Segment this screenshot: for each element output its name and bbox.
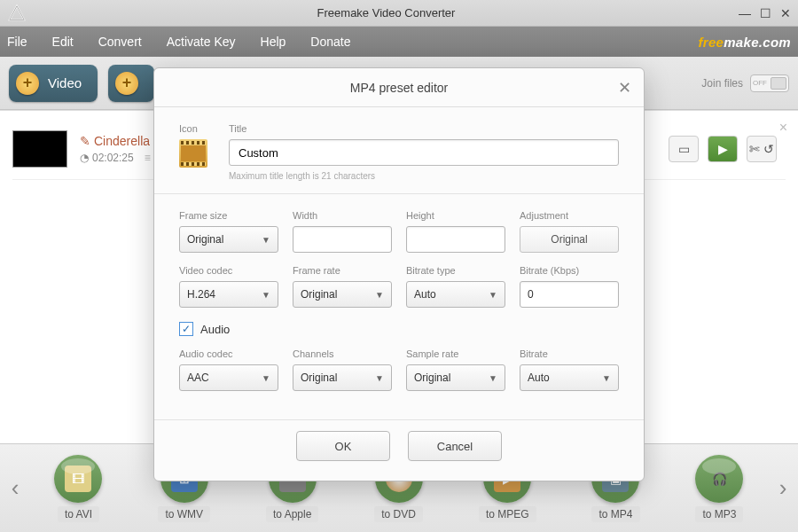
bitrate-kbps-label: Bitrate (Kbps)	[520, 265, 619, 276]
audio-label: Audio	[200, 323, 230, 336]
height-label: Height	[406, 210, 505, 221]
title-hint: Maximum title length is 21 characters	[229, 171, 619, 181]
audio-codec-select[interactable]: AAC▼	[179, 364, 278, 391]
icon-label: Icon	[179, 123, 198, 134]
dialog-close-button[interactable]: ✕	[618, 78, 631, 98]
add-video-label: Video	[48, 75, 82, 90]
join-files-switch[interactable]: OFF	[750, 74, 789, 92]
adjustment-label: Adjustment	[520, 210, 619, 221]
menu-convert[interactable]: Convert	[98, 35, 142, 49]
title-label: Title	[229, 123, 619, 134]
adjustment-button[interactable]: Original	[520, 226, 619, 253]
window-title: Freemake Video Converter	[34, 6, 739, 20]
audio-checkbox[interactable]: ✓	[179, 322, 193, 336]
audio-bitrate-select[interactable]: Auto▼	[520, 364, 619, 391]
list-icon: ≡	[145, 152, 151, 164]
plus-icon: +	[115, 72, 138, 95]
sample-rate-label: Sample rate	[406, 348, 505, 359]
film-icon: 🎞	[65, 466, 91, 492]
cancel-button[interactable]: Cancel	[408, 431, 502, 461]
format-avi[interactable]: 🎞 to AVI	[54, 455, 102, 522]
chevron-down-icon: ▼	[262, 235, 270, 245]
join-files-label: Join files	[701, 77, 743, 90]
video-codec-label: Video codec	[179, 265, 278, 276]
bitrate-type-select[interactable]: Auto▼	[406, 281, 505, 308]
sample-rate-select[interactable]: Original▼	[406, 364, 505, 391]
format-mp3[interactable]: 🎧 to MP3	[695, 455, 743, 522]
headphones-icon: 🎧	[706, 466, 732, 492]
cut-button[interactable]: ✄ ↺	[747, 136, 777, 162]
width-input[interactable]	[293, 226, 392, 253]
file-duration: 02:02:25	[92, 152, 134, 164]
video-codec-select[interactable]: H.264▼	[179, 281, 278, 308]
chevron-down-icon: ▼	[262, 290, 270, 300]
subtitle-button[interactable]: ▭	[669, 136, 699, 162]
window-controls: — ☐ ✕	[739, 6, 791, 20]
chevron-down-icon: ▼	[602, 373, 611, 383]
preset-editor-dialog: MP4 preset editor ✕ Icon Title Maximum t…	[153, 67, 645, 481]
switch-knob	[771, 77, 786, 90]
menu-file[interactable]: File	[7, 35, 27, 49]
width-label: Width	[293, 210, 392, 221]
video-thumbnail	[12, 130, 67, 168]
channels-select[interactable]: Original▼	[293, 364, 392, 391]
preset-title-input[interactable]	[229, 139, 619, 166]
chevron-down-icon: ▼	[262, 373, 270, 383]
frame-rate-label: Frame rate	[293, 265, 392, 276]
chevron-down-icon: ▼	[489, 373, 497, 383]
frame-rate-select[interactable]: Original▼	[293, 281, 392, 308]
scroll-left-button[interactable]: ‹	[4, 460, 27, 517]
scroll-right-button[interactable]: ›	[771, 460, 794, 517]
play-button[interactable]: ▶	[708, 136, 738, 162]
audio-bitrate-label: Bitrate	[520, 348, 619, 359]
chevron-down-icon: ▼	[375, 290, 384, 300]
brand-link[interactable]: freemake.com	[699, 35, 792, 50]
dialog-title: MP4 preset editor	[350, 81, 449, 95]
frame-size-label: Frame size	[179, 210, 278, 221]
menubar: File Edit Convert Activate Key Help Dona…	[0, 27, 798, 57]
menu-edit[interactable]: Edit	[52, 35, 74, 49]
bitrate-type-label: Bitrate type	[406, 265, 505, 276]
pencil-icon: ✎	[80, 134, 90, 148]
minimize-button[interactable]: —	[739, 6, 751, 20]
ok-button[interactable]: OK	[296, 431, 390, 461]
plus-icon: +	[16, 72, 39, 95]
join-files-control: Join files OFF	[701, 74, 789, 92]
clock-icon: ◔	[80, 152, 89, 164]
titlebar: Freemake Video Converter — ☐ ✕	[0, 0, 798, 27]
chevron-down-icon: ▼	[375, 373, 384, 383]
height-input[interactable]	[406, 226, 505, 253]
remove-file-button[interactable]: ×	[779, 120, 787, 136]
menu-activate-key[interactable]: Activate Key	[167, 35, 236, 49]
app-logo-icon	[7, 4, 27, 23]
frame-size-select[interactable]: Original▼	[179, 226, 278, 253]
audio-codec-label: Audio codec	[179, 348, 278, 359]
add-secondary-button[interactable]: +	[108, 65, 154, 102]
add-video-button[interactable]: + Video	[9, 65, 98, 102]
channels-label: Channels	[293, 348, 392, 359]
bitrate-kbps-input[interactable]: 0	[520, 281, 619, 308]
preset-icon[interactable]	[179, 139, 207, 168]
maximize-button[interactable]: ☐	[760, 6, 771, 20]
menu-donate[interactable]: Donate	[310, 35, 350, 49]
file-title: ✎ Cinderella	[80, 134, 151, 148]
chevron-down-icon: ▼	[489, 290, 497, 300]
menu-help[interactable]: Help	[261, 35, 286, 49]
close-button[interactable]: ✕	[780, 6, 791, 20]
